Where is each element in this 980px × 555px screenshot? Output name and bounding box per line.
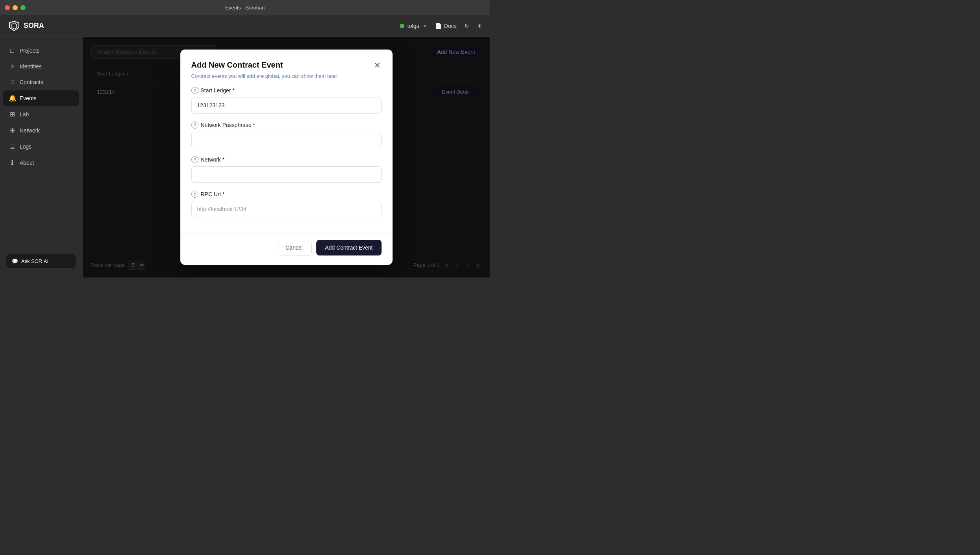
label-rpc-url: ? RPC Url * (191, 191, 382, 198)
close-traffic-light[interactable] (5, 5, 10, 10)
modal-close-button[interactable]: ✕ (373, 61, 382, 70)
label-text-network: Network * (201, 156, 225, 163)
ask-sor-button[interactable]: 💬 Ask SOR.AI (6, 254, 76, 268)
logs-icon: ≣ (9, 143, 16, 150)
modal-subtitle: Contract events you will add are global,… (180, 70, 393, 79)
theme-toggle-button[interactable]: ☀ (477, 23, 482, 29)
info-icon: ℹ (9, 159, 16, 166)
field-network-passphrase: ? Network Passphrase * (191, 121, 382, 148)
sidebar-nav: □ Projects ○ Identities ≡ Contracts 🔔 Ev… (3, 43, 79, 170)
sidebar-label-projects: Projects (20, 48, 40, 54)
window-title: Events - Soroban (225, 5, 264, 11)
modal-overlay[interactable]: Add New Contract Event ✕ Contract events… (83, 37, 490, 278)
input-network-passphrase[interactable] (191, 132, 382, 148)
add-contract-event-button[interactable]: Add Contract Event (316, 240, 381, 255)
user-pill[interactable]: tolga ▼ (400, 23, 427, 29)
sidebar-item-network[interactable]: ⊕ Network (3, 123, 79, 138)
folder-icon: □ (9, 47, 16, 54)
main-content: Add New Event Start Ledger ↑↓ 123214 Eve… (83, 37, 490, 278)
logo-text: SORA (24, 22, 44, 30)
minimize-traffic-light[interactable] (13, 5, 18, 10)
label-text-rpc-url: RPC Url * (201, 191, 225, 197)
logo-icon (8, 20, 20, 32)
chat-icon: 💬 (12, 258, 18, 264)
maximize-traffic-light[interactable] (20, 5, 26, 10)
sidebar-item-contracts[interactable]: ≡ Contracts (3, 75, 79, 90)
sidebar-item-projects[interactable]: □ Projects (3, 43, 79, 58)
modal-footer: Cancel Add Contract Event (180, 233, 393, 265)
docs-button[interactable]: 📄 Docs (435, 23, 457, 29)
chevron-down-icon: ▼ (422, 23, 427, 29)
sun-icon: ☀ (477, 23, 482, 29)
modal-header: Add New Contract Event ✕ (180, 50, 393, 70)
sidebar-label-about: About (20, 160, 34, 166)
sidebar-label-logs: Logs (20, 143, 31, 150)
help-icon-start-ledger[interactable]: ? (191, 87, 198, 94)
sidebar-bottom: 💬 Ask SOR.AI (3, 251, 79, 271)
contracts-icon: ≡ (9, 79, 16, 86)
sidebar-label-network: Network (20, 127, 40, 134)
sidebar: □ Projects ○ Identities ≡ Contracts 🔔 Ev… (0, 37, 83, 278)
modal-title: Add New Contract Event (191, 61, 283, 70)
sidebar-item-events[interactable]: 🔔 Events (3, 90, 79, 106)
refresh-icon: ↻ (464, 23, 469, 29)
sidebar-label-contracts: Contracts (20, 79, 43, 85)
label-start-ledger: ? Start Ledger * (191, 87, 382, 94)
bell-icon: 🔔 (9, 94, 16, 102)
user-status-dot (400, 24, 404, 28)
label-network: ? Network * (191, 156, 382, 163)
network-icon: ⊕ (9, 127, 16, 134)
sidebar-item-about[interactable]: ℹ About (3, 155, 79, 170)
nav-right: tolga ▼ 📄 Docs ↻ ☀ (400, 23, 482, 29)
titlebar: Events - Soroban (0, 0, 490, 15)
help-icon-network[interactable]: ? (191, 156, 198, 163)
logo: SORA (8, 20, 44, 32)
sidebar-label-identities: Identities (20, 63, 42, 70)
label-text-start-ledger: Start Ledger * (201, 87, 235, 94)
lab-icon: ⊞ (9, 110, 16, 118)
sidebar-label-lab: Lab (20, 111, 29, 118)
docs-icon: 📄 (435, 23, 442, 29)
field-rpc-url: ? RPC Url * (191, 191, 382, 217)
help-icon-network-passphrase[interactable]: ? (191, 121, 198, 129)
help-icon-rpc-url[interactable]: ? (191, 191, 198, 198)
person-icon: ○ (9, 63, 16, 70)
refresh-button[interactable]: ↻ (464, 23, 469, 29)
sidebar-label-events: Events (20, 95, 37, 101)
modal-body: ? Start Ledger * ? Network Passphrase * (180, 79, 393, 233)
input-start-ledger[interactable] (191, 97, 382, 114)
input-network[interactable] (191, 166, 382, 183)
user-name: tolga (407, 23, 419, 29)
docs-label: Docs (444, 23, 457, 29)
traffic-lights (5, 5, 26, 10)
input-rpc-url[interactable] (191, 201, 382, 217)
cancel-button[interactable]: Cancel (277, 240, 312, 255)
field-network: ? Network * (191, 156, 382, 183)
field-start-ledger: ? Start Ledger * (191, 87, 382, 114)
sidebar-item-logs[interactable]: ≣ Logs (3, 139, 79, 154)
sidebar-item-identities[interactable]: ○ Identities (3, 59, 79, 74)
sidebar-item-lab[interactable]: ⊞ Lab (3, 107, 79, 122)
ask-sor-label: Ask SOR.AI (21, 258, 48, 264)
label-network-passphrase: ? Network Passphrase * (191, 121, 382, 129)
add-contract-event-modal: Add New Contract Event ✕ Contract events… (180, 50, 393, 265)
topnav: SORA tolga ▼ 📄 Docs ↻ ☀ (0, 15, 490, 37)
label-text-network-passphrase: Network Passphrase * (201, 122, 255, 128)
